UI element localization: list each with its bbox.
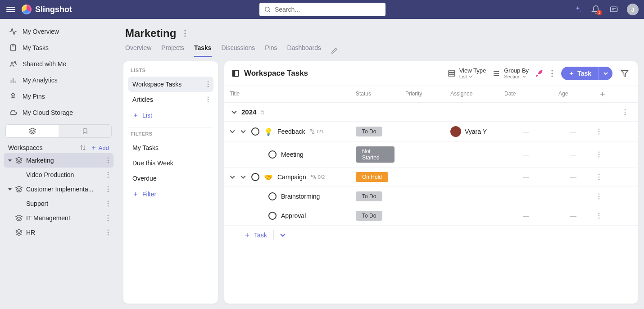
group-more-icon[interactable] [620,109,630,115]
tab-pins[interactable]: Pins [265,44,277,57]
add-list-button[interactable]: List [128,107,213,123]
list-item-more-icon[interactable] [207,96,209,103]
workspace-item[interactable]: Customer Implementa... [4,182,113,196]
workspace-item[interactable]: IT Management [4,211,113,225]
task-row[interactable]: Meeting Not Started — — [224,142,638,168]
chevron-down-icon[interactable] [240,129,247,134]
complete-circle[interactable] [268,150,277,159]
sort-icon[interactable] [80,145,86,151]
list-item[interactable]: Workspace Tasks [128,77,213,92]
workspace-bookmark-toggle[interactable] [59,125,111,137]
tab-tasks[interactable]: Tasks [194,44,212,57]
complete-circle[interactable] [268,212,277,220]
chat-icon[interactable] [609,5,619,14]
workspace-more-icon[interactable] [107,157,109,164]
col-priority[interactable]: Priority [400,86,445,102]
filter-icon[interactable] [619,68,630,79]
nav-item-my-analytics[interactable]: My Analytics [4,72,113,88]
svg-marker-11 [29,128,35,131]
page-more-icon[interactable] [182,28,188,39]
new-task-button[interactable]: Task [561,67,599,80]
add-task-button[interactable]: Task [244,232,267,239]
task-emoji: 💡 [264,127,273,136]
chevron-down-icon[interactable] [231,109,237,115]
nav-item-my-pins[interactable]: My Pins [4,88,113,105]
workspace-item[interactable]: HR [4,225,113,240]
list-item[interactable]: Articles [128,92,213,107]
add-column-icon[interactable] [594,86,613,102]
group-row[interactable]: 2024 5 [224,103,638,122]
edit-tabs-icon[interactable] [331,47,338,54]
clipboard-icon [9,44,17,52]
sparkle-icon[interactable] [573,5,583,14]
add-task-dropdown[interactable] [280,232,286,238]
filter-item[interactable]: Due this Week [128,155,213,171]
workspace-stack-toggle[interactable] [6,125,59,137]
workspace-more-icon[interactable] [107,229,109,236]
task-row[interactable]: 💡 Feedback 0/1 To Do Vyara Y — — [224,122,638,142]
task-row[interactable]: 🤝 Campaign 0/2 On Hold — — [224,168,638,187]
col-assignee[interactable]: Assignee [445,86,499,102]
notifications-icon[interactable]: 1 [591,5,601,14]
add-workspace-button[interactable]: Add [91,145,109,151]
workspace-more-icon[interactable] [107,172,109,178]
filter-item[interactable]: My Tasks [128,140,213,155]
caret-icon[interactable] [8,188,12,191]
nav-item-my-overview[interactable]: My Overview [4,23,113,40]
col-age[interactable]: Age [553,86,594,102]
pin-icon [9,92,17,100]
complete-circle[interactable] [251,173,259,181]
workspace-more-icon[interactable] [107,186,109,192]
svg-point-26 [108,203,109,204]
workspace-more-icon[interactable] [107,200,109,207]
caret-icon[interactable] [8,159,12,162]
app-logo[interactable]: Slingshot [22,5,72,14]
menu-icon[interactable] [5,4,16,15]
tab-dashboards[interactable]: Dashboards [287,44,322,57]
task-row[interactable]: Brainstorming To Do — — [224,187,638,206]
workspace-more-icon[interactable] [107,215,109,221]
svg-rect-50 [232,70,235,77]
complete-circle[interactable] [268,192,277,200]
svg-point-73 [599,152,599,153]
tasks-more-icon[interactable] [549,68,555,79]
status-pill[interactable]: To Do [356,127,382,136]
col-date[interactable]: Date [499,86,553,102]
rocket-icon[interactable] [535,69,543,77]
group-by-selector[interactable]: Group By Section [492,68,529,79]
search-box[interactable] [259,3,385,16]
status-pill[interactable]: To Do [356,191,382,201]
search-input[interactable] [275,6,381,13]
task-row[interactable]: Approval To Do — — [224,206,638,226]
tab-discussions[interactable]: Discussions [222,44,255,57]
workspace-child-item[interactable]: Support [4,196,113,211]
list-item-more-icon[interactable] [207,81,209,87]
user-avatar[interactable]: J [627,4,639,15]
nav-item-my-cloud-storage[interactable]: My Cloud Storage [4,105,113,121]
view-type-selector[interactable]: View Type List [448,68,486,79]
tab-projects[interactable]: Projects [161,44,184,57]
status-pill[interactable]: Not Started [356,146,395,163]
workspace-label: IT Management [26,214,70,222]
row-more-icon[interactable] [594,213,613,219]
row-more-icon[interactable] [594,151,613,158]
status-pill[interactable]: To Do [356,211,382,221]
nav-item-my-tasks[interactable]: My Tasks [4,40,113,56]
row-more-icon[interactable] [594,193,613,200]
nav-item-shared-with-me[interactable]: Shared with Me [4,56,113,72]
row-more-icon[interactable] [594,174,613,180]
chevron-down-icon[interactable] [240,174,247,180]
chevron-down-icon[interactable] [230,174,236,180]
add-filter-button[interactable]: Filter [128,186,213,202]
col-status[interactable]: Status [350,86,400,102]
status-pill[interactable]: On Hold [356,172,388,182]
tab-overview[interactable]: Overview [125,44,151,57]
complete-circle[interactable] [251,127,259,136]
filter-item[interactable]: Overdue [128,171,213,186]
chevron-down-icon[interactable] [230,129,236,134]
workspace-item[interactable]: Marketing [4,153,113,168]
row-more-icon[interactable] [594,128,613,135]
new-task-dropdown[interactable] [599,67,612,80]
workspace-child-item[interactable]: Video Production [4,168,113,182]
col-title[interactable]: Title [224,86,350,102]
